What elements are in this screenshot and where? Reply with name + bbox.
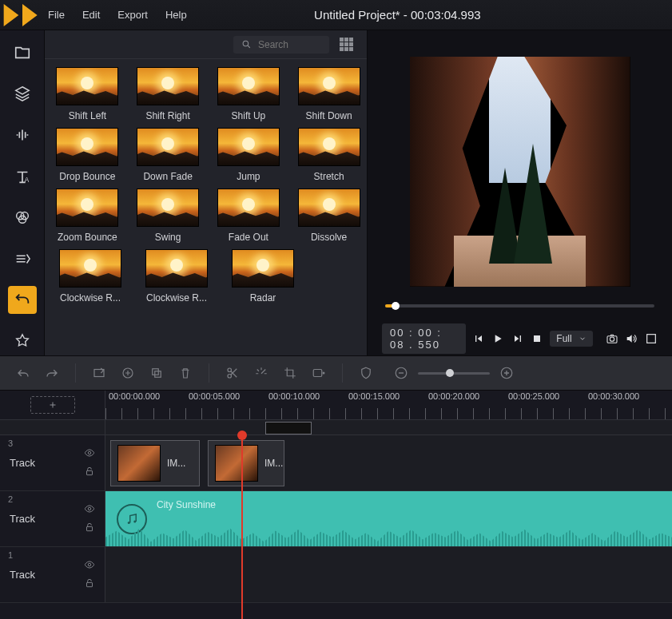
- copy-button[interactable]: [148, 364, 165, 382]
- effect-label: Fade Out: [229, 232, 268, 243]
- track-name: Track: [10, 569, 76, 581]
- effect-thumb[interactable]: Jump: [217, 128, 280, 182]
- zoom-slider[interactable]: [418, 372, 490, 375]
- video-clip[interactable]: IM...: [208, 440, 284, 486]
- track-area[interactable]: City Sunshine: [105, 491, 672, 546]
- volume-button[interactable]: [625, 328, 638, 349]
- undo-button[interactable]: [14, 364, 32, 382]
- track-area[interactable]: [105, 547, 672, 602]
- add-track-button[interactable]: [30, 396, 75, 414]
- visibility-icon[interactable]: [84, 559, 95, 573]
- redo-button[interactable]: [43, 364, 61, 382]
- track-header: 1Track: [0, 547, 105, 602]
- svg-point-21: [88, 507, 91, 510]
- zoom-out-button[interactable]: [392, 364, 410, 382]
- ruler-label: 00:00:15.000: [348, 391, 400, 401]
- ruler-label: 00:00:05.000: [189, 391, 240, 401]
- next-frame-button[interactable]: [511, 328, 523, 349]
- lock-icon[interactable]: [84, 522, 95, 535]
- svg-point-25: [88, 563, 91, 566]
- svg-point-4: [243, 41, 249, 46]
- menu-edit[interactable]: Edit: [82, 9, 100, 21]
- preview-scrubber[interactable]: [368, 301, 672, 322]
- effect-thumb[interactable]: Shift Left: [56, 67, 119, 121]
- effect-label: Swing: [155, 232, 181, 243]
- svg-rect-15: [313, 370, 322, 377]
- effect-thumb[interactable]: Zoom Bounce: [56, 188, 119, 243]
- svg-rect-22: [87, 526, 93, 530]
- preview-canvas: [368, 30, 672, 301]
- quality-select[interactable]: Full: [550, 331, 592, 347]
- lock-icon[interactable]: [84, 577, 95, 591]
- effect-thumb[interactable]: Down Fade: [137, 128, 200, 182]
- track-number: 1: [8, 550, 13, 560]
- snapshot-button[interactable]: [606, 328, 618, 349]
- effect-label: Shift Up: [232, 110, 266, 121]
- svg-point-23: [128, 522, 130, 524]
- track-name: Track: [10, 457, 76, 469]
- play-button[interactable]: [491, 328, 504, 349]
- favorites-icon[interactable]: [8, 327, 37, 355]
- audio-waves-icon[interactable]: [8, 121, 37, 149]
- media-folder-icon[interactable]: [8, 38, 37, 67]
- marker-clip[interactable]: [265, 422, 312, 434]
- preview-image: [410, 57, 630, 287]
- track-number: 3: [8, 438, 13, 448]
- timeline-tracks: 3TrackIM...IM...2TrackCity Sunshine1Trac…: [0, 435, 672, 619]
- split-button[interactable]: [224, 364, 241, 382]
- speed-button[interactable]: [252, 364, 270, 382]
- transitions-icon[interactable]: [8, 244, 37, 273]
- effect-thumb[interactable]: Swing: [137, 188, 200, 243]
- svg-rect-26: [87, 582, 93, 586]
- fullscreen-button[interactable]: [645, 328, 658, 349]
- grid-view-icon[interactable]: [337, 35, 356, 54]
- effect-thumb[interactable]: Fade Out: [217, 188, 280, 243]
- title-bar: Untitled Project* - 00:03:04.993: [123, 8, 672, 22]
- add-marker-button[interactable]: [119, 364, 137, 382]
- time-ruler[interactable]: 00:00:00.00000:00:05.00000:00:10.00000:0…: [105, 391, 672, 419]
- effects-browser: Shift LeftShift RightShift UpShift DownD…: [45, 30, 368, 355]
- effect-thumb[interactable]: Drop Bounce: [56, 128, 119, 182]
- audio-clip[interactable]: City Sunshine: [105, 491, 672, 546]
- text-tool-icon[interactable]: A: [8, 162, 37, 191]
- effect-thumb[interactable]: Clockwise R...: [56, 249, 125, 304]
- record-button[interactable]: [310, 364, 328, 382]
- effect-thumb[interactable]: Shift Right: [137, 67, 200, 121]
- zoom-in-button[interactable]: [498, 364, 515, 382]
- shield-marker-icon[interactable]: [357, 364, 375, 382]
- menu-file[interactable]: File: [48, 9, 65, 21]
- effect-thumb[interactable]: Shift Down: [297, 67, 360, 121]
- left-toolbar: A: [0, 30, 45, 355]
- search-input[interactable]: [233, 36, 329, 54]
- stop-button[interactable]: [531, 328, 543, 349]
- filters-icon[interactable]: [8, 204, 37, 232]
- effect-label: Dissolve: [311, 232, 347, 243]
- effect-thumb[interactable]: Stretch: [297, 128, 360, 182]
- effect-label: Zoom Bounce: [58, 232, 117, 243]
- visibility-icon[interactable]: [84, 503, 95, 517]
- effect-thumb[interactable]: Shift Up: [217, 67, 280, 121]
- svg-rect-11: [153, 369, 159, 375]
- delete-button[interactable]: [177, 364, 194, 382]
- prev-frame-button[interactable]: [472, 328, 485, 349]
- ruler-label: 00:00:30.000: [588, 391, 639, 401]
- zoom-control: [392, 364, 515, 382]
- effect-label: Drop Bounce: [59, 171, 115, 182]
- lock-icon[interactable]: [84, 466, 95, 479]
- effect-thumb[interactable]: Dissolve: [297, 188, 360, 243]
- track-area[interactable]: IM...IM...: [105, 435, 672, 490]
- crop-button[interactable]: [281, 364, 299, 382]
- effect-thumb[interactable]: Clockwise R...: [142, 249, 211, 304]
- animations-icon[interactable]: [8, 286, 37, 315]
- app-logo-icon: [0, 0, 45, 30]
- effects-grid: Shift LeftShift RightShift UpShift DownD…: [45, 59, 367, 355]
- search-field[interactable]: [256, 38, 320, 51]
- visibility-icon[interactable]: [84, 447, 95, 461]
- effect-thumb[interactable]: Radar: [229, 249, 297, 304]
- menubar: File Edit Export Help Untitled Project* …: [0, 0, 672, 30]
- layers-icon[interactable]: [8, 80, 37, 109]
- add-clip-button[interactable]: [90, 364, 108, 382]
- ruler-label: 00:00:00.000: [109, 391, 160, 401]
- audio-label: City Sunshine: [157, 499, 216, 510]
- video-clip[interactable]: IM...: [110, 440, 200, 486]
